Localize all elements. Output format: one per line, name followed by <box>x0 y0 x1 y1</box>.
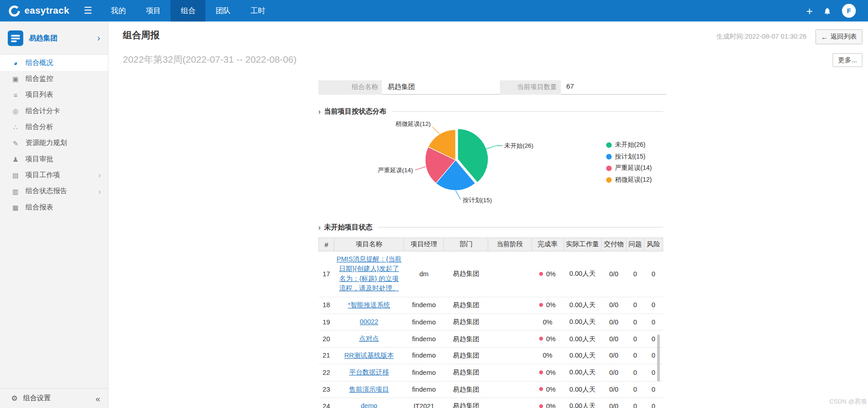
department-cell: 易趋集团 <box>444 313 488 330</box>
stage-cell <box>488 297 531 313</box>
sidebar-item[interactable]: ▤项目工作项› <box>0 167 108 183</box>
user-avatar[interactable]: F <box>842 4 856 18</box>
table-body: 17PMIS消息提醒：{当前日期}{创建人}发起了名为：{标题} 的立项流程，请… <box>318 251 663 408</box>
status-dot <box>540 370 544 374</box>
risks-cell: 0 <box>644 347 663 364</box>
pie-slices <box>425 129 488 190</box>
stage-cell <box>488 330 531 347</box>
back-to-list-button[interactable]: ← 返回列表 <box>815 30 863 45</box>
field-label: 组合名称 <box>318 80 382 95</box>
portfolio-selector[interactable]: 易趋集团 › <box>0 22 108 55</box>
project-link[interactable]: 点对点 <box>359 335 379 343</box>
chevron-right-icon: › <box>318 223 321 231</box>
sidebar-item[interactable]: ✎资源能力规划 <box>0 135 108 151</box>
more-button[interactable]: 更多... <box>833 53 863 67</box>
effort-cell: 0.00人天 <box>564 347 601 364</box>
column-header: 项目名称 <box>334 238 404 251</box>
effort-cell: 0.00人天 <box>564 364 601 381</box>
deliverable-cell: 0/0 <box>601 347 626 364</box>
field-value: 67 <box>561 80 666 95</box>
project-manager-cell: dm <box>404 251 444 297</box>
project-table: #项目名称项目经理部门当前阶段完成率实际工作量交付物问题风险 17PMIS消息提… <box>318 238 663 408</box>
nav-item-4[interactable]: 工时 <box>240 0 275 22</box>
row-number: 22 <box>318 364 334 381</box>
project-link[interactable]: demo <box>361 402 377 408</box>
nav-item-3[interactable]: 团队 <box>206 0 241 22</box>
project-manager-cell: IT2021 <box>404 398 444 408</box>
completion-cell: 0% <box>531 347 564 364</box>
table-scrollbar[interactable] <box>657 334 660 382</box>
callout-line <box>415 167 426 170</box>
department-cell: 易趋集团 <box>444 251 488 297</box>
project-manager-cell: findemo <box>404 381 444 398</box>
risks-cell: 0 <box>644 297 663 313</box>
effort-cell: 0.00人天 <box>564 251 601 297</box>
stage-cell <box>488 398 531 408</box>
department-cell: 易趋集团 <box>444 347 488 364</box>
legend-item[interactable]: 未开始(26) <box>606 141 652 149</box>
sidebar-item[interactable]: ▥组合状态报告› <box>0 183 108 199</box>
project-link[interactable]: 售前演示项目 <box>349 385 389 393</box>
sidebar-item-label: 组合概况 <box>25 58 53 68</box>
collapse-sidebar-icon[interactable]: « <box>95 394 100 403</box>
risks-cell: 0 <box>644 381 663 398</box>
settings-label: 组合设置 <box>23 394 51 403</box>
approval-icon: ♟ <box>11 155 20 163</box>
sidebar-item-label: 组合监控 <box>25 74 53 84</box>
pie-icon: ◕ <box>11 59 20 67</box>
project-manager-cell: findemo <box>404 313 444 330</box>
project-link[interactable]: RR测试基线版本 <box>344 352 394 359</box>
sidebar-item-label: 组合分析 <box>25 122 53 132</box>
nav-item-2[interactable]: 组合 <box>171 0 206 22</box>
app-window: easytrack ☰ 我的项目组合团队工时 + F 易趋集团 › ◕组合概况▣… <box>0 0 868 408</box>
project-link[interactable]: PMIS消息提醒：{当前日期}{创建人}发起了名为：{标题} 的立项流程，请及时… <box>337 255 402 292</box>
portfolio-settings[interactable]: ⚙ 组合设置 « <box>0 388 108 408</box>
legend-item[interactable]: 稍微延误(12) <box>606 175 652 184</box>
deliverable-cell: 0/0 <box>601 398 626 408</box>
project-name-cell: *智能推送系统 <box>334 297 404 313</box>
risks-cell: 0 <box>644 398 663 408</box>
sidebar-item[interactable]: ∴组合分析 <box>0 119 108 135</box>
legend-dot <box>606 165 612 171</box>
sidebar-item[interactable]: ▦组合报表 <box>0 199 108 215</box>
sidebar-item[interactable]: ◎组合计分卡 <box>0 103 108 119</box>
row-number: 20 <box>318 330 334 347</box>
legend-item[interactable]: 按计划(15) <box>606 152 652 160</box>
risks-cell: 0 <box>644 364 663 381</box>
issues-cell: 0 <box>626 313 644 330</box>
chevron-right-icon: › <box>318 107 321 115</box>
monitor-icon: ▣ <box>11 75 20 83</box>
list-icon: ≡ <box>11 91 20 99</box>
column-header: 部门 <box>444 238 488 251</box>
sidebar-item[interactable]: ♟项目审批 <box>0 151 108 167</box>
project-link[interactable]: 平台数据迁移 <box>349 368 389 376</box>
deliverable-cell: 0/0 <box>601 381 626 398</box>
pie-label: 按计划(15) <box>462 197 492 204</box>
row-number: 18 <box>318 297 334 313</box>
column-header: 项目经理 <box>404 238 444 251</box>
risks-cell: 0 <box>644 251 663 297</box>
nav-item-0[interactable]: 我的 <box>101 0 136 22</box>
sidebar-item[interactable]: ◕组合概况 <box>0 55 108 71</box>
legend-item[interactable]: 严重延误(14) <box>606 164 652 172</box>
add-icon[interactable]: + <box>806 5 813 16</box>
department-cell: 易趋集团 <box>444 398 488 408</box>
legend-label: 稍微延误(12) <box>615 175 652 184</box>
stage-cell <box>488 381 531 398</box>
project-link[interactable]: 00022 <box>360 318 378 326</box>
easytrack-logo[interactable]: easytrack <box>0 4 69 17</box>
hamburger-menu-icon[interactable]: ☰ <box>84 0 92 22</box>
department-cell: 易趋集团 <box>444 330 488 347</box>
legend-dot <box>606 177 612 182</box>
project-link[interactable]: *智能推送系统 <box>348 301 390 308</box>
field-value: 易趋集团 <box>382 80 500 95</box>
notification-bell-icon[interactable] <box>823 6 831 15</box>
sidebar-item[interactable]: ≡项目列表 <box>0 87 108 103</box>
sidebar-item[interactable]: ▣组合监控 <box>0 71 108 87</box>
easytrack-logo-icon <box>8 4 21 17</box>
generated-time: 生成时间:2022-08-07 01:30:26 <box>716 32 806 42</box>
report-icon: ▦ <box>11 204 20 211</box>
field-label: 当前项目数量 <box>500 80 561 95</box>
callout-line <box>432 127 440 134</box>
nav-item-1[interactable]: 项目 <box>136 0 171 22</box>
